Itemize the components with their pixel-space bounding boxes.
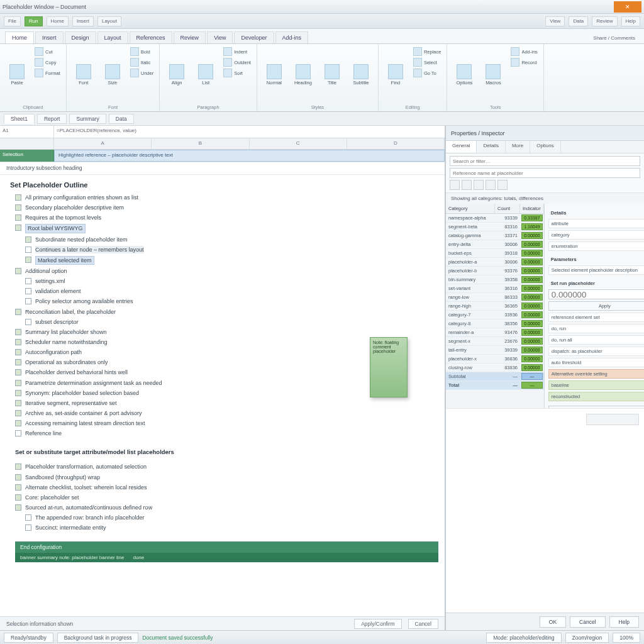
style4[interactable]: Subtitle: [348, 47, 374, 103]
outline-item[interactable]: Requires at the topmost levels: [15, 213, 438, 223]
qat-help[interactable]: Help: [621, 16, 640, 26]
outdent[interactable]: Outdent: [221, 57, 253, 67]
outline-item[interactable]: Secondary placeholder descriptive item: [15, 203, 438, 213]
table-row[interactable]: placeholder-x368360.00000: [446, 355, 544, 364]
checkbox-icon[interactable]: [15, 504, 21, 511]
style1[interactable]: Normal: [261, 47, 287, 103]
qat-insert[interactable]: Insert: [72, 16, 94, 26]
table-row[interactable]: placeholder-a300060.00000: [446, 258, 544, 267]
ribbon-tab-references[interactable]: References: [130, 31, 172, 43]
table-row[interactable]: placeholder-b933760.00000: [446, 267, 544, 275]
floating-comment[interactable]: Note: floating comment placeholder: [370, 337, 408, 397]
reference-input[interactable]: [450, 168, 640, 178]
ribbon-tab-layout[interactable]: Layout: [97, 31, 128, 43]
filter-icon[interactable]: [450, 180, 460, 190]
table-row[interactable]: tail-entry393390.00000: [446, 346, 544, 355]
group-icon[interactable]: [474, 180, 484, 190]
checkbox-icon[interactable]: [25, 236, 31, 243]
status-task[interactable]: Background task in progress: [57, 633, 139, 643]
doc-tab-4[interactable]: Data: [109, 114, 134, 124]
style2[interactable]: Heading: [290, 47, 316, 103]
checkbox-icon[interactable]: [15, 464, 21, 470]
doc-tab-3[interactable]: Summary: [69, 114, 106, 124]
checkbox-icon[interactable]: [15, 494, 21, 501]
table-row[interactable]: Total——: [446, 381, 544, 390]
checkbox-icon[interactable]: [15, 225, 21, 231]
th-category[interactable]: Category: [446, 204, 495, 213]
checkbox-icon[interactable]: [15, 268, 21, 274]
side-item[interactable]: dispatch: as placeholder: [548, 347, 644, 356]
expand-icon[interactable]: [497, 180, 508, 190]
search-input[interactable]: [450, 156, 640, 166]
apply-button[interactable]: Apply/Confirm: [354, 619, 401, 629]
formula-input[interactable]: =PLACEHOLDER(reference, value): [54, 126, 445, 138]
ghost-button[interactable]: [586, 414, 639, 425]
rp-tab-details[interactable]: Details: [477, 141, 505, 153]
align-button[interactable]: Align: [164, 47, 190, 103]
table-row[interactable]: Subtotal——: [446, 372, 544, 381]
outline-item[interactable]: Policy selector among available entries: [15, 296, 438, 306]
sort-icon[interactable]: [462, 180, 472, 190]
rp-tab-options[interactable]: Options: [530, 141, 561, 153]
outline-item[interactable]: Reference line: [15, 428, 438, 438]
checkbox-icon[interactable]: [15, 380, 21, 386]
side-item-hl[interactable]: baseline: [548, 380, 644, 390]
checkbox-icon[interactable]: [15, 474, 21, 480]
outline-item[interactable]: Continues a later node – remembers layou…: [15, 245, 438, 255]
indent[interactable]: Indent: [221, 47, 253, 57]
replace[interactable]: Replace: [411, 47, 443, 57]
checkbox-icon[interactable]: [15, 390, 21, 396]
rp-tab-general[interactable]: General: [446, 141, 477, 153]
outline-item[interactable]: Iterative segment, representative set: [15, 398, 438, 408]
status-ready[interactable]: Ready/standby: [4, 633, 53, 643]
side-item[interactable]: category: [548, 230, 644, 240]
outline-item[interactable]: Sandboxed (throughput) wrap: [15, 472, 438, 482]
active-cell[interactable]: Selection: [0, 150, 54, 162]
style3[interactable]: Title: [319, 47, 345, 103]
outline-item[interactable]: Subordinate nested placeholder item: [15, 235, 438, 245]
table-row[interactable]: bin-summary393580.00000: [446, 275, 544, 284]
ribbon-tab-home[interactable]: Home: [5, 31, 34, 43]
table-row[interactable]: catalog-gamma333710.00000: [446, 231, 544, 240]
qat-file[interactable]: File: [4, 16, 21, 26]
side-apply-button[interactable]: Apply: [548, 301, 644, 311]
table-row[interactable]: category-7339360.00000: [446, 311, 544, 319]
outline-item[interactable]: Placeholder transformation, automated se…: [15, 462, 438, 472]
select[interactable]: Select: [411, 57, 443, 67]
outline-item[interactable]: Reconciliation label, the placeholder: [15, 307, 438, 317]
paste-button[interactable]: Paste: [4, 47, 30, 103]
ribbon-tab-addins[interactable]: Add-ins: [275, 31, 309, 43]
table-row[interactable]: range-low863330.00000: [446, 293, 544, 302]
ok-button[interactable]: OK: [540, 616, 566, 628]
col-d[interactable]: D: [347, 138, 445, 149]
ribbon-tab-insert[interactable]: Insert: [35, 31, 64, 43]
col-a[interactable]: A: [54, 138, 152, 149]
ribbon-tab-developer[interactable]: Developer: [234, 31, 274, 43]
outline-item[interactable]: Core: placeholder set: [15, 492, 438, 502]
side-item[interactable]: auto threshold: [548, 358, 644, 367]
qat-data[interactable]: Data: [569, 16, 588, 26]
outline-item[interactable]: subset descriptor: [15, 317, 438, 327]
ribbon-tab-design[interactable]: Design: [65, 31, 96, 43]
checkbox-icon[interactable]: [15, 420, 21, 426]
checkbox-icon[interactable]: [15, 349, 21, 355]
size-button[interactable]: Size: [99, 47, 126, 103]
th-count[interactable]: Count: [495, 204, 520, 213]
checkbox-icon[interactable]: [15, 410, 21, 416]
window-close-button[interactable]: ✕: [614, 1, 641, 13]
qat-review[interactable]: Review: [592, 16, 617, 26]
outline-item[interactable]: The appended row: branch info placeholde…: [15, 513, 438, 523]
table-row[interactable]: category-8383560.00000: [446, 319, 544, 328]
checkbox-icon[interactable]: [15, 400, 21, 406]
name-box[interactable]: A1: [0, 126, 54, 138]
addins[interactable]: Add-ins: [509, 47, 539, 57]
cut[interactable]: Cut: [33, 47, 62, 57]
checkbox-icon[interactable]: [15, 204, 21, 211]
outline-item[interactable]: Alternate checklist, toolset: wherein lo…: [15, 482, 438, 492]
checkbox-icon[interactable]: [25, 514, 31, 521]
side-item-hl[interactable]: reconstructed: [548, 392, 644, 401]
outline-item[interactable]: validation element: [15, 286, 438, 296]
side-item-override[interactable]: Alternative override setting: [548, 369, 644, 379]
help-button[interactable]: Help: [609, 616, 639, 628]
checkbox-icon[interactable]: [25, 278, 31, 284]
